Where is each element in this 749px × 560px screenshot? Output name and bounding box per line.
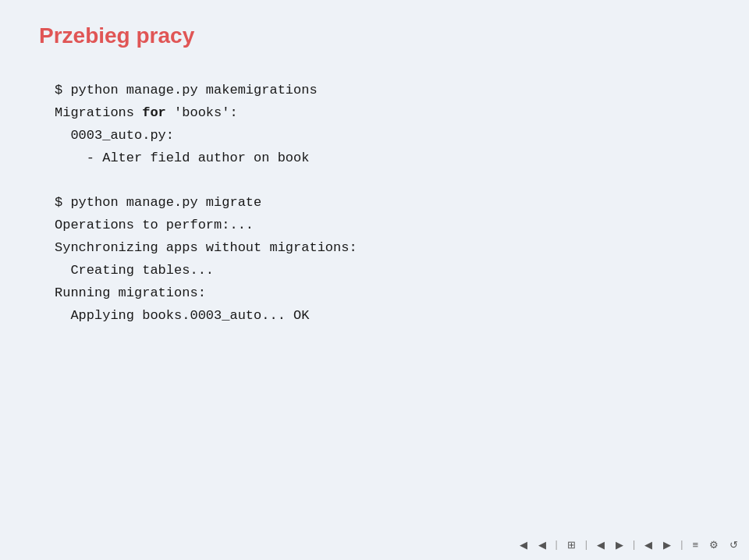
code-line-7: Operations to perform:... <box>55 214 710 237</box>
code-keyword: for <box>142 105 166 120</box>
toolbar-sep-1: | <box>554 540 559 551</box>
code-line-6: $ python manage.py migrate <box>55 192 710 214</box>
page-title: Przebieg pracy <box>39 23 710 48</box>
toolbar-sep-3: | <box>631 540 637 551</box>
nav-btn-5[interactable]: ▶ <box>612 537 627 552</box>
code-line-11: Applying books.0003_auto... OK <box>55 305 710 328</box>
code-text-2b: 'books': <box>166 105 238 120</box>
code-line-5 <box>55 170 710 193</box>
code-line-8: Synchronizing apps without migrations: <box>55 237 710 260</box>
code-text-2a: Migrations <box>55 105 142 120</box>
code-line-10: Running migrations: <box>55 282 710 305</box>
code-text-1: $ python manage.py makemigrations <box>55 83 318 97</box>
code-block: $ python manage.py makemigrations Migrat… <box>55 80 710 328</box>
page-container: Przebieg pracy $ python manage.py makemi… <box>0 0 749 560</box>
nav-btn-2[interactable]: ◀ <box>535 537 549 552</box>
code-line-1: $ python manage.py makemigrations <box>55 80 710 102</box>
code-line-4: - Alter field author on book <box>55 147 710 170</box>
nav-btn-1[interactable]: ◀ <box>516 537 531 552</box>
nav-btn-6[interactable]: ◀ <box>641 537 655 552</box>
code-line-3: 0003_auto.py: <box>55 125 710 147</box>
toolbar-sep-2: | <box>584 540 589 551</box>
code-line-9: Creating tables... <box>55 260 710 282</box>
nav-btn-4[interactable]: ◀ <box>594 537 608 552</box>
nav-btn-7[interactable]: ▶ <box>660 537 674 552</box>
refresh-btn[interactable]: ↺ <box>726 537 741 552</box>
nav-btn-3[interactable]: ⊞ <box>564 537 579 552</box>
toolbar-sep-4: | <box>679 540 684 551</box>
settings-btn[interactable]: ⚙ <box>706 537 722 552</box>
bottom-toolbar: ◀ ◀ | ⊞ | ◀ ▶ | ◀ ▶ | ≡ ⚙ ↺ <box>516 537 741 552</box>
code-line-2: Migrations for 'books': <box>55 102 710 125</box>
nav-btn-8[interactable]: ≡ <box>689 537 701 552</box>
